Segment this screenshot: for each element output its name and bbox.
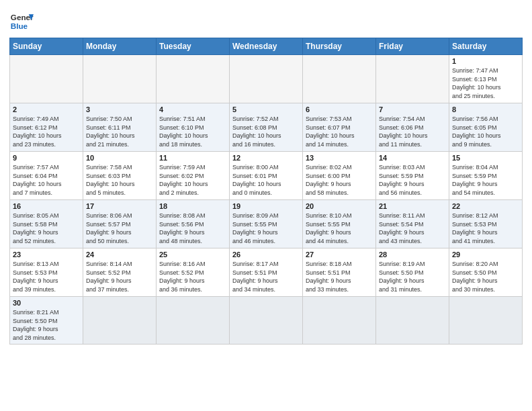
day-info: Sunrise: 8:21 AM Sunset: 5:50 PM Dayligh… [13,308,80,342]
day-number: 13 [306,154,373,162]
calendar-cell: 28Sunrise: 8:19 AM Sunset: 5:50 PM Dayli… [376,248,449,297]
day-info: Sunrise: 8:12 AM Sunset: 5:53 PM Dayligh… [452,212,519,245]
calendar-cell: 20Sunrise: 8:10 AM Sunset: 5:55 PM Dayli… [303,200,376,248]
calendar-cell [449,297,523,345]
day-number: 16 [13,202,80,210]
calendar-cell: 27Sunrise: 8:18 AM Sunset: 5:51 PM Dayli… [303,248,376,297]
day-number: 26 [232,250,300,259]
day-info: Sunrise: 8:18 AM Sunset: 5:51 PM Dayligh… [306,260,373,293]
calendar-cell: 14Sunrise: 8:03 AM Sunset: 5:59 PM Dayli… [376,152,449,200]
calendar-cell: 17Sunrise: 8:06 AM Sunset: 5:57 PM Dayli… [83,200,157,248]
calendar-cell [83,297,157,345]
day-info: Sunrise: 8:09 AM Sunset: 5:55 PM Dayligh… [232,212,300,245]
calendar-cell: 21Sunrise: 8:11 AM Sunset: 5:54 PM Dayli… [376,200,449,248]
weekday-header-saturday: Saturday [449,38,523,55]
calendar-cell [157,55,230,103]
weekday-header-wednesday: Wednesday [230,38,303,55]
week-row-3: 9Sunrise: 7:57 AM Sunset: 6:04 PM Daylig… [10,152,523,200]
day-number: 24 [86,250,153,259]
day-info: Sunrise: 8:11 AM Sunset: 5:54 PM Dayligh… [379,212,446,245]
calendar-cell [303,297,376,345]
day-info: Sunrise: 7:57 AM Sunset: 6:04 PM Dayligh… [13,163,80,197]
calendar-cell [376,297,449,345]
day-info: Sunrise: 7:51 AM Sunset: 6:10 PM Dayligh… [159,115,226,148]
calendar-cell: 9Sunrise: 7:57 AM Sunset: 6:04 PM Daylig… [10,152,83,200]
day-number: 1 [452,57,519,65]
day-info: Sunrise: 8:03 AM Sunset: 5:59 PM Dayligh… [379,163,446,197]
calendar-cell: 4Sunrise: 7:51 AM Sunset: 6:10 PM Daylig… [157,103,230,152]
day-info: Sunrise: 8:14 AM Sunset: 5:52 PM Dayligh… [86,260,153,293]
svg-text:Blue: Blue [11,21,28,30]
day-info: Sunrise: 7:53 AM Sunset: 6:07 PM Dayligh… [306,115,373,148]
day-number: 14 [379,154,446,162]
day-number: 30 [13,299,80,307]
day-info: Sunrise: 7:49 AM Sunset: 6:12 PM Dayligh… [13,115,80,148]
weekday-header-friday: Friday [376,38,449,55]
calendar-cell: 19Sunrise: 8:09 AM Sunset: 5:55 PM Dayli… [230,200,303,248]
calendar-cell: 11Sunrise: 7:59 AM Sunset: 6:02 PM Dayli… [157,152,230,200]
day-number: 7 [379,105,446,113]
day-number: 20 [306,202,373,210]
day-number: 4 [159,105,226,113]
calendar-cell [230,297,303,345]
calendar-cell [83,55,157,103]
calendar-cell: 13Sunrise: 8:02 AM Sunset: 6:00 PM Dayli… [303,152,376,200]
calendar-cell [376,55,449,103]
day-info: Sunrise: 8:04 AM Sunset: 5:59 PM Dayligh… [452,163,519,197]
calendar-cell: 10Sunrise: 7:58 AM Sunset: 6:03 PM Dayli… [83,152,157,200]
calendar-cell: 3Sunrise: 7:50 AM Sunset: 6:11 PM Daylig… [83,103,157,152]
day-info: Sunrise: 8:00 AM Sunset: 6:01 PM Dayligh… [232,163,300,197]
day-info: Sunrise: 8:10 AM Sunset: 5:55 PM Dayligh… [306,212,373,245]
day-info: Sunrise: 8:17 AM Sunset: 5:51 PM Dayligh… [232,260,300,293]
calendar-cell: 12Sunrise: 8:00 AM Sunset: 6:01 PM Dayli… [230,152,303,200]
calendar-cell: 5Sunrise: 7:52 AM Sunset: 6:08 PM Daylig… [230,103,303,152]
calendar-cell: 2Sunrise: 7:49 AM Sunset: 6:12 PM Daylig… [10,103,83,152]
day-number: 11 [159,154,226,162]
week-row-5: 23Sunrise: 8:13 AM Sunset: 5:53 PM Dayli… [10,248,523,297]
calendar-cell [303,55,376,103]
calendar-cell: 7Sunrise: 7:54 AM Sunset: 6:06 PM Daylig… [376,103,449,152]
day-info: Sunrise: 8:02 AM Sunset: 6:00 PM Dayligh… [306,163,373,197]
day-info: Sunrise: 7:52 AM Sunset: 6:08 PM Dayligh… [232,115,300,148]
week-row-1: 1Sunrise: 7:47 AM Sunset: 6:13 PM Daylig… [10,55,523,103]
day-info: Sunrise: 8:20 AM Sunset: 5:50 PM Dayligh… [452,260,519,293]
logo: General Blue [9,7,34,34]
calendar-cell: 8Sunrise: 7:56 AM Sunset: 6:05 PM Daylig… [449,103,523,152]
day-info: Sunrise: 7:58 AM Sunset: 6:03 PM Dayligh… [86,163,153,197]
day-number: 3 [86,105,153,113]
day-number: 2 [13,105,80,113]
day-number: 21 [379,202,446,210]
calendar-cell: 30Sunrise: 8:21 AM Sunset: 5:50 PM Dayli… [10,297,83,345]
day-info: Sunrise: 7:50 AM Sunset: 6:11 PM Dayligh… [86,115,153,148]
generalblue-logo-icon: General Blue [9,9,34,34]
calendar-cell: 25Sunrise: 8:16 AM Sunset: 5:52 PM Dayli… [157,248,230,297]
calendar-cell: 16Sunrise: 8:05 AM Sunset: 5:58 PM Dayli… [10,200,83,248]
calendar-cell: 22Sunrise: 8:12 AM Sunset: 5:53 PM Dayli… [449,200,523,248]
weekday-header-tuesday: Tuesday [157,38,230,55]
weekday-header-thursday: Thursday [303,38,376,55]
calendar-cell: 29Sunrise: 8:20 AM Sunset: 5:50 PM Dayli… [449,248,523,297]
day-info: Sunrise: 8:08 AM Sunset: 5:56 PM Dayligh… [159,212,226,245]
day-number: 8 [452,105,519,113]
day-number: 18 [159,202,226,210]
day-number: 5 [232,105,300,113]
calendar-cell [10,55,83,103]
calendar-cell: 24Sunrise: 8:14 AM Sunset: 5:52 PM Dayli… [83,248,157,297]
calendar-cell: 6Sunrise: 7:53 AM Sunset: 6:07 PM Daylig… [303,103,376,152]
calendar-cell: 1Sunrise: 7:47 AM Sunset: 6:13 PM Daylig… [449,55,523,103]
calendar-cell: 15Sunrise: 8:04 AM Sunset: 5:59 PM Dayli… [449,152,523,200]
day-number: 10 [86,154,153,162]
calendar-cell: 18Sunrise: 8:08 AM Sunset: 5:56 PM Dayli… [157,200,230,248]
day-info: Sunrise: 7:56 AM Sunset: 6:05 PM Dayligh… [452,115,519,148]
header: General Blue [9,7,523,34]
day-info: Sunrise: 7:54 AM Sunset: 6:06 PM Dayligh… [379,115,446,148]
day-number: 17 [86,202,153,210]
weekday-header-row: SundayMondayTuesdayWednesdayThursdayFrid… [10,38,523,55]
calendar-cell [230,55,303,103]
day-number: 28 [379,250,446,259]
day-number: 15 [452,154,519,162]
calendar-table: SundayMondayTuesdayWednesdayThursdayFrid… [9,38,523,345]
day-number: 9 [13,154,80,162]
weekday-header-sunday: Sunday [10,38,83,55]
day-number: 12 [232,154,300,162]
